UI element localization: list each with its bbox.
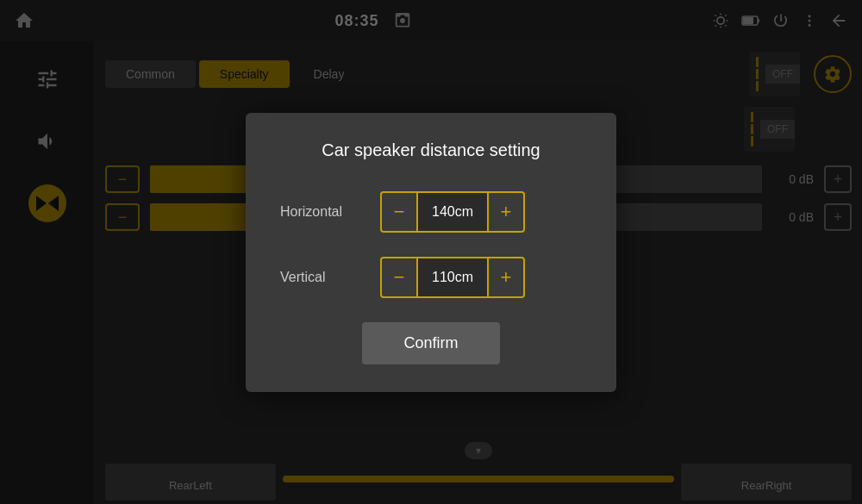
- modal-horizontal-row: Horizontal − 140cm +: [280, 191, 582, 233]
- vertical-increment-btn[interactable]: +: [489, 258, 523, 296]
- vertical-label: Vertical: [280, 270, 366, 285]
- horizontal-control: − 140cm +: [380, 191, 525, 233]
- vertical-control: − 110cm +: [380, 257, 525, 298]
- vertical-value: 110cm: [416, 258, 489, 296]
- modal-dialog: Car speaker distance setting Horizontal …: [246, 113, 616, 392]
- confirm-button[interactable]: Confirm: [362, 322, 500, 364]
- horizontal-decrement-btn[interactable]: −: [382, 193, 416, 231]
- modal-title: Car speaker distance setting: [280, 140, 582, 160]
- vertical-decrement-btn[interactable]: −: [382, 258, 416, 296]
- modal-vertical-row: Vertical − 110cm +: [280, 257, 582, 298]
- horizontal-increment-btn[interactable]: +: [489, 193, 523, 231]
- horizontal-label: Horizontal: [280, 204, 366, 220]
- modal-overlay: Car speaker distance setting Horizontal …: [0, 0, 862, 504]
- horizontal-value: 140cm: [416, 193, 489, 231]
